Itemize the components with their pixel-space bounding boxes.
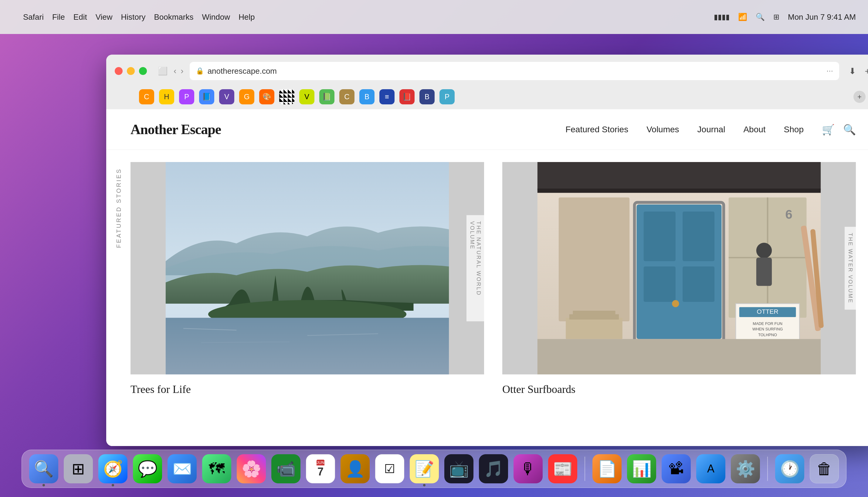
search-icon[interactable]: 🔍: [756, 13, 765, 21]
svg-rect-7: [538, 162, 821, 190]
cart-button[interactable]: 🛒: [822, 124, 835, 136]
svg-rect-21: [756, 258, 772, 286]
extension-icon-5[interactable]: V: [219, 89, 234, 104]
podcasts-icon: 🎙: [520, 460, 536, 478]
extensions-bar: C H P 📘 V G 🎨 V 📗 C B ≡ 📕 B P +: [115, 86, 868, 109]
browser-toolbar-right: ⬇ ＋: [849, 65, 868, 77]
extension-icon-1[interactable]: C: [139, 89, 154, 104]
extension-icon-13[interactable]: ≡: [379, 89, 395, 104]
close-button[interactable]: [115, 67, 123, 75]
svg-text:OTTER: OTTER: [757, 308, 779, 315]
menu-edit[interactable]: Edit: [73, 12, 87, 22]
extension-icon-2[interactable]: H: [159, 89, 174, 104]
notes-icon: 📝: [415, 460, 434, 478]
maximize-button[interactable]: [139, 67, 147, 75]
svg-rect-12: [644, 212, 675, 261]
contacts-icon: 👤: [345, 460, 365, 478]
ssl-lock-icon: 🔒: [196, 67, 204, 75]
traffic-lights: [115, 67, 147, 75]
nav-shop[interactable]: Shop: [784, 125, 803, 134]
dock-keynote[interactable]: 📽: [661, 454, 691, 483]
extension-icon-8[interactable]: [279, 89, 294, 104]
dock-safari[interactable]: 🧭: [98, 454, 127, 483]
story-image-otter: OTTER MADE FOR FUN WHEN SURFING TOLHPNO: [502, 162, 856, 374]
menu-view[interactable]: View: [96, 12, 113, 22]
new-tab-icon[interactable]: ＋: [863, 65, 868, 77]
reminders-icon: ☑: [384, 462, 395, 476]
dock-pages[interactable]: 📄: [593, 454, 622, 483]
menu-file[interactable]: File: [52, 12, 65, 22]
dock-sysprefs[interactable]: ⚙️: [731, 454, 760, 483]
dock-launchpad[interactable]: ⊞: [64, 454, 93, 483]
dock-appletv[interactable]: 📺: [444, 454, 473, 483]
story-card-otter[interactable]: OTTER MADE FOR FUN WHEN SURFING TOLHPNO: [502, 162, 856, 396]
dock-appstore[interactable]: A: [696, 454, 725, 483]
svg-rect-15: [683, 266, 714, 302]
dock-reminders[interactable]: ☑: [375, 454, 404, 483]
extension-icon-4[interactable]: 📘: [199, 89, 214, 104]
dock-separator: [585, 457, 585, 481]
menu-window[interactable]: Window: [202, 12, 230, 22]
nav-featured-stories[interactable]: Featured Stories: [566, 125, 628, 134]
svg-rect-2: [166, 318, 449, 374]
extension-icon-3[interactable]: P: [179, 89, 194, 104]
download-icon[interactable]: ⬇: [849, 66, 856, 76]
dock-messages[interactable]: 💬: [133, 454, 162, 483]
add-extension-button[interactable]: +: [853, 91, 866, 103]
story-card-trees[interactable]: THE NATURAL WORLD VOLUME Trees for Life: [130, 162, 484, 396]
featured-label: FEATURED STORIES: [115, 168, 122, 248]
extension-icon-14[interactable]: 📕: [399, 89, 415, 104]
address-bar[interactable]: 🔒 anotherescape.com ⋯: [190, 62, 839, 80]
minimize-button[interactable]: [127, 67, 135, 75]
dock-news[interactable]: 📰: [548, 454, 577, 483]
dock-trash[interactable]: 🗑: [810, 454, 839, 483]
story-title-1: Trees for Life: [130, 383, 484, 396]
svg-rect-31: [566, 318, 623, 339]
extension-icon-15[interactable]: B: [419, 89, 435, 104]
extension-icon-7[interactable]: 🎨: [259, 89, 274, 104]
nav-about[interactable]: About: [743, 125, 765, 134]
dock-finder[interactable]: 🔍: [29, 454, 58, 483]
address-text[interactable]: anotherescape.com: [208, 67, 823, 76]
extension-icon-9[interactable]: V: [299, 89, 314, 104]
dock-maps[interactable]: 🗺: [202, 454, 231, 483]
extension-icon-10[interactable]: 📗: [319, 89, 335, 104]
address-more-icon[interactable]: ⋯: [826, 67, 833, 75]
dock-podcasts[interactable]: 🎙: [513, 454, 543, 483]
back-button[interactable]: ‹: [174, 66, 176, 76]
dock-contacts[interactable]: 👤: [341, 454, 370, 483]
nav-journal[interactable]: Journal: [697, 125, 725, 134]
battery-icon: ▮▮▮▮: [714, 13, 730, 21]
menu-history[interactable]: History: [121, 12, 146, 22]
svg-rect-9: [559, 198, 629, 321]
calendar-day: 7: [317, 466, 324, 478]
control-center-icon[interactable]: ⊞: [773, 13, 779, 21]
nav-volumes[interactable]: Volumes: [646, 125, 679, 134]
extension-icon-6[interactable]: G: [239, 89, 254, 104]
search-button[interactable]: 🔍: [843, 124, 856, 136]
dock-mail[interactable]: ✉️: [168, 454, 197, 483]
dock-photos[interactable]: 🌸: [237, 454, 266, 483]
menu-help[interactable]: Help: [239, 12, 255, 22]
shop-illustration: OTTER MADE FOR FUN WHEN SURFING TOLHPNO: [502, 162, 856, 374]
wifi-icon: 📶: [738, 13, 747, 21]
svg-rect-8: [538, 189, 821, 193]
story-title-2: Otter Surfboards: [502, 383, 856, 396]
dock-numbers[interactable]: 📊: [627, 454, 656, 483]
menu-bookmarks[interactable]: Bookmarks: [154, 12, 193, 22]
screentime-icon: 🕐: [780, 460, 800, 478]
safari-dot: [112, 484, 114, 486]
site-logo[interactable]: Another Escape: [130, 122, 221, 138]
svg-point-20: [756, 243, 772, 258]
mail-icon: ✉️: [172, 460, 192, 478]
dock-calendar[interactable]: JUN 7: [306, 454, 335, 483]
extension-icon-16[interactable]: P: [440, 89, 455, 104]
dock-screentime[interactable]: 🕐: [775, 454, 804, 483]
menu-safari[interactable]: Safari: [23, 12, 44, 22]
dock-notes[interactable]: 📝: [410, 454, 439, 483]
extension-icon-11[interactable]: C: [339, 89, 355, 104]
extension-icon-12[interactable]: B: [359, 89, 374, 104]
dock-facetime[interactable]: 📹: [271, 454, 300, 483]
sidebar-toggle-button[interactable]: ⬜: [158, 67, 168, 76]
dock-music[interactable]: 🎵: [479, 454, 508, 483]
